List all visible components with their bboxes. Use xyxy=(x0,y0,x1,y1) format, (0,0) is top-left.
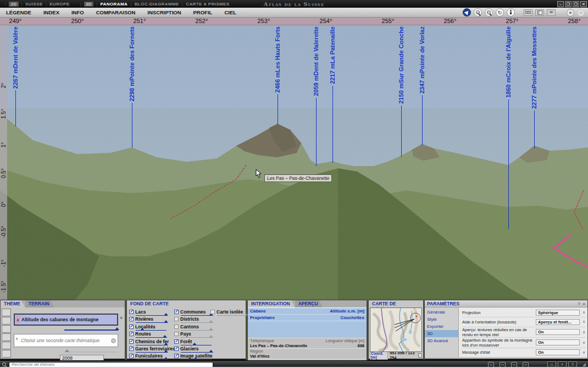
coord-options-button[interactable] xyxy=(418,353,422,358)
chevron-up-icon[interactable]: ∧ xyxy=(580,330,585,334)
menu-item[interactable]: COMPARAISON xyxy=(90,9,142,15)
parameters-sidebar-item[interactable]: Générale xyxy=(425,309,458,316)
chevron-up-icon[interactable]: ∧ xyxy=(580,350,585,355)
help-icon[interactable]: ? xyxy=(578,301,580,306)
layer-opacity-slider[interactable] xyxy=(136,352,167,353)
layer-opacity-slider[interactable] xyxy=(217,315,248,316)
flag-icon[interactable] xyxy=(2,333,11,341)
parameter-value-dropdown[interactable]: On xyxy=(536,339,580,345)
theme-panel-tab[interactable]: THÈME xyxy=(1,300,25,307)
slider-marker-icon[interactable] xyxy=(192,343,197,345)
primary-theme-field[interactable]: ∧ Altitude des cabanes de montagne xyxy=(14,314,118,326)
walk-mode-button[interactable] xyxy=(507,8,515,17)
slider-marker-icon[interactable] xyxy=(164,350,168,353)
parameters-sidebar-item[interactable]: 3D Avancé xyxy=(425,337,458,344)
slider-marker-icon[interactable] xyxy=(209,328,213,331)
flora-icon[interactable] xyxy=(2,325,11,333)
close-icon[interactable]: ✕ xyxy=(580,1,587,7)
checkbox-icon[interactable] xyxy=(174,325,179,329)
checkbox-icon[interactable] xyxy=(174,310,179,314)
slider-marker-icon[interactable] xyxy=(164,313,168,316)
mode-menu-item[interactable]: EUROPE xyxy=(43,2,70,7)
maximize-icon[interactable]: ❐ xyxy=(573,1,579,7)
flask-icon[interactable] xyxy=(488,362,494,367)
orbit-button[interactable]: ↻ xyxy=(496,8,504,17)
zoom-out-button[interactable]: − xyxy=(485,8,493,17)
layer-opacity-slider[interactable] xyxy=(181,345,212,345)
slider-marker-icon[interactable] xyxy=(209,350,213,353)
checkbox-icon[interactable] xyxy=(129,354,134,358)
checkbox-icon[interactable] xyxy=(129,339,134,344)
globe-icon[interactable] xyxy=(523,362,529,367)
checkbox-icon[interactable] xyxy=(129,347,134,351)
pointer-tool-button[interactable] xyxy=(463,8,471,17)
checkbox-icon[interactable] xyxy=(174,317,179,321)
next-view-button[interactable]: » xyxy=(577,9,585,17)
parameter-value-dropdown[interactable]: On xyxy=(536,329,580,335)
slider-marker-icon[interactable] xyxy=(164,320,168,323)
layer-opacity-slider[interactable] xyxy=(136,345,167,345)
layer-opacity-slider[interactable] xyxy=(181,337,212,338)
parameter-value-dropdown[interactable]: Aperçu et fenêt... xyxy=(536,319,580,325)
checkbox-icon[interactable] xyxy=(129,325,134,329)
slider-marker-icon[interactable] xyxy=(115,327,119,330)
slider-marker-icon[interactable] xyxy=(193,357,198,360)
nature-icon[interactable] xyxy=(2,309,11,316)
layout-button[interactable] xyxy=(535,9,544,16)
close-icon[interactable]: × xyxy=(583,301,585,306)
slider-marker-icon[interactable] xyxy=(163,335,167,338)
layer-opacity-slider[interactable] xyxy=(136,322,167,323)
slider-marker-icon[interactable] xyxy=(65,349,69,352)
checkbox-icon[interactable] xyxy=(210,310,215,314)
mode-menu-item[interactable]: CARTE A PRISMES xyxy=(179,2,230,7)
interrogation-panel-tab[interactable]: INTERROGATION xyxy=(248,300,295,307)
slider-marker-icon[interactable] xyxy=(140,328,145,331)
slider-marker-icon[interactable] xyxy=(209,335,213,338)
checkbox-icon[interactable] xyxy=(129,310,134,314)
expand-caret-icon[interactable]: ∧ xyxy=(15,315,20,324)
checkbox-icon[interactable] xyxy=(174,339,179,344)
expand-caret-icon[interactable]: ∧ xyxy=(15,337,18,341)
mode-menu-item[interactable]: 3D xyxy=(77,2,93,7)
layer-opacity-slider[interactable] xyxy=(181,352,212,353)
chevron-up-icon[interactable]: ∧ xyxy=(580,320,585,324)
zoom-in-button[interactable]: + xyxy=(474,8,482,17)
clear-icon[interactable]: × xyxy=(111,338,116,343)
measure-button[interactable] xyxy=(524,9,532,16)
menu-item[interactable]: INSCRIPTION xyxy=(141,9,187,15)
theme-panel-tab[interactable]: TERRAIN xyxy=(25,300,54,307)
fauna-icon[interactable] xyxy=(2,317,11,325)
layer-opacity-slider[interactable] xyxy=(136,315,167,316)
secondary-opacity-slider[interactable] xyxy=(64,351,118,353)
parameter-value-dropdown[interactable]: Sphérique xyxy=(536,310,580,316)
restore-icon[interactable]: ❐ xyxy=(565,1,572,7)
parameter-value-dropdown[interactable]: On xyxy=(536,349,580,355)
theme-search-input[interactable] xyxy=(9,362,213,367)
minimize-icon[interactable]: – xyxy=(557,1,564,7)
slider-marker-icon[interactable] xyxy=(209,320,213,323)
mode-menu-item[interactable]: 2D xyxy=(2,2,19,7)
checkbox-icon[interactable] xyxy=(174,354,179,358)
slider-marker-icon[interactable] xyxy=(164,357,168,360)
checkbox-icon[interactable] xyxy=(129,332,134,336)
menu-item[interactable]: INDEX xyxy=(37,9,65,15)
tourism-icon[interactable] xyxy=(2,350,11,358)
layer-opacity-slider[interactable] xyxy=(181,322,212,323)
interrogation-panel-tab[interactable]: APERÇU xyxy=(295,300,323,307)
layer-opacity-slider[interactable] xyxy=(181,330,212,331)
chevron-up-icon[interactable]: ∧ xyxy=(580,340,585,345)
mode-menu-item[interactable]: BLOC-DIAGRAMME xyxy=(127,2,179,7)
menu-item[interactable]: LÉGENDE xyxy=(0,9,37,15)
remove-theme-button[interactable]: × xyxy=(120,315,123,321)
chevron-up-icon[interactable]: ∧ xyxy=(580,310,585,315)
menu-item[interactable]: PROFIL xyxy=(187,9,219,15)
reference-map-thumbnail[interactable] xyxy=(370,307,422,352)
parameters-sidebar-item[interactable]: Exporter xyxy=(425,323,458,330)
secondary-theme-field[interactable]: ∧ Choisir une seconde carte thématique × xyxy=(14,334,118,347)
slider-marker-icon[interactable] xyxy=(164,343,168,345)
resize-grip-icon[interactable]: ◢ xyxy=(583,362,586,367)
monitor-icon[interactable] xyxy=(500,362,506,367)
layer-opacity-slider[interactable] xyxy=(136,337,167,338)
parameters-sidebar-item[interactable]: Style xyxy=(425,316,458,323)
parameters-sidebar-item[interactable]: 3D xyxy=(425,330,458,337)
